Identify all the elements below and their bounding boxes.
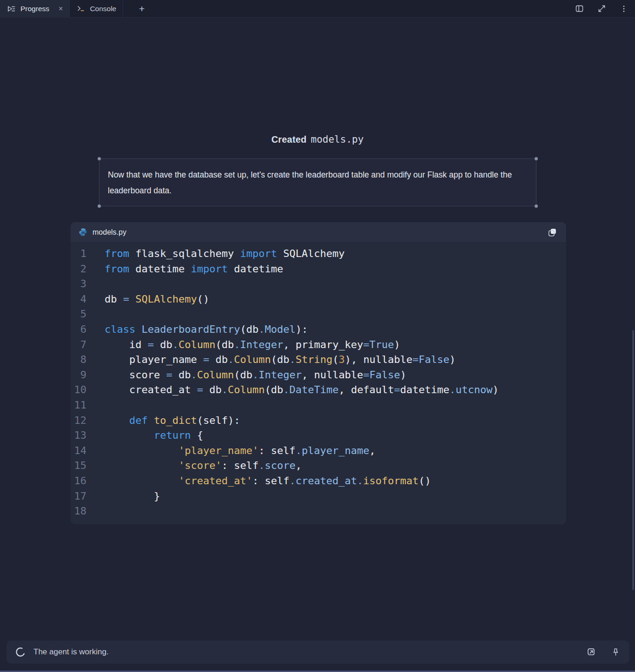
line-number: 3 (71, 277, 86, 292)
code-line: 5 (71, 307, 566, 322)
line-number: 15 (71, 458, 86, 474)
code-line: 7 id = db.Column(db.Integer, primary_key… (71, 337, 566, 353)
line-number: 13 (71, 428, 86, 443)
code-line: 11 (71, 398, 566, 413)
pin-icon[interactable] (610, 646, 621, 658)
code-lines: 1from flask_sqlalchemy import SQLAlchemy… (71, 243, 566, 519)
agent-note-text: Now that we have the database set up, le… (108, 167, 528, 198)
line-number: 7 (71, 337, 86, 353)
line-number: 17 (71, 489, 86, 504)
resize-handle[interactable] (535, 204, 538, 208)
open-external-icon[interactable] (586, 646, 597, 658)
resize-handle[interactable] (98, 157, 101, 160)
more-vertical-icon[interactable] (618, 3, 629, 14)
agent-note: Now that we have the database set up, le… (99, 158, 536, 206)
tab-progress[interactable]: Progress × (0, 0, 70, 17)
code-filename: models.py (93, 228, 126, 237)
resize-handle[interactable] (535, 157, 538, 160)
line-number: 18 (71, 504, 86, 519)
code-line: 12 def to_dict(self): (71, 413, 566, 428)
copy-code-button[interactable] (546, 226, 559, 239)
code-line: 15 'score': self.score, (71, 458, 566, 474)
tab-console[interactable]: Console (70, 0, 123, 17)
event-file-name: models.py (311, 134, 364, 145)
code-line: 3 (71, 277, 566, 292)
status-actions (586, 646, 621, 658)
line-number: 11 (71, 398, 86, 413)
code-line: 13 return { (71, 428, 566, 443)
code-line: 6class LeaderboardEntry(db.Model): (71, 322, 566, 337)
line-number: 14 (71, 443, 86, 459)
code-line: 10 created_at = db.Column(db.DateTime, d… (71, 382, 566, 398)
code-card-header: models.py (71, 222, 566, 243)
tab-bar: Progress × Console + (0, 0, 635, 18)
agent-status-text: The agent is working. (33, 647, 109, 657)
line-number: 6 (71, 322, 86, 337)
line-number: 1 (71, 246, 86, 262)
python-icon (78, 227, 88, 237)
spinner-icon (15, 646, 26, 658)
code-line: 14 'player_name': self.player_name, (71, 443, 566, 459)
terminal-icon (76, 4, 85, 13)
expand-icon[interactable] (596, 3, 607, 14)
tab-console-label: Console (90, 5, 116, 13)
close-tab-icon[interactable]: × (59, 5, 63, 13)
line-number: 12 (71, 413, 86, 428)
progress-icon (7, 4, 16, 13)
event-title: Createdmodels.py (0, 134, 635, 145)
code-line: 17 } (71, 489, 566, 504)
code-line: 18 (71, 504, 566, 519)
code-line: 1from flask_sqlalchemy import SQLAlchemy (71, 246, 566, 262)
event-action-label: Created (271, 134, 307, 145)
scrollbar-thumb[interactable] (632, 330, 634, 590)
split-view-icon[interactable] (574, 3, 585, 14)
line-number: 4 (71, 292, 86, 307)
line-number: 16 (71, 474, 86, 489)
window-controls (574, 0, 629, 17)
line-number: 8 (71, 352, 86, 368)
code-line: 9 score = db.Column(db.Integer, nullable… (71, 368, 566, 383)
code-card: models.py 1from flask_sqlalchemy import … (71, 222, 566, 524)
agent-workspace: Progress × Console + (0, 0, 635, 672)
new-tab-button[interactable]: + (123, 0, 160, 17)
line-number: 9 (71, 368, 86, 383)
code-line: 4db = SQLAlchemy() (71, 292, 566, 307)
code-line: 16 'created_at': self.created_at.isoform… (71, 474, 566, 489)
line-number: 10 (71, 382, 86, 398)
tab-progress-label: Progress (20, 5, 49, 13)
agent-status-bar: The agent is working. (7, 640, 629, 664)
line-number: 5 (71, 307, 86, 322)
code-line: 8 player_name = db.Column(db.String(3), … (71, 352, 566, 368)
resize-handle[interactable] (98, 204, 101, 208)
line-number: 2 (71, 262, 86, 277)
code-line: 2from datetime import datetime (71, 262, 566, 277)
